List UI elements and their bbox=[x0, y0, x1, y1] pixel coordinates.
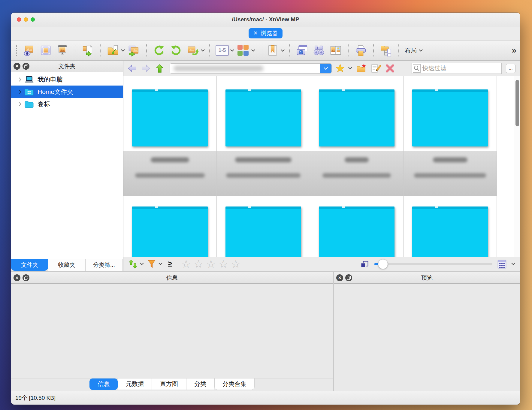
float-panel-button[interactable] bbox=[23, 63, 29, 70]
folder-thumbnail[interactable] bbox=[412, 207, 488, 257]
folder-thumbnail[interactable] bbox=[132, 89, 208, 146]
status-bar: 19个 [10.50 KB] bbox=[11, 391, 520, 405]
close-panel-button[interactable]: ✕ bbox=[14, 63, 20, 70]
delete-button[interactable] bbox=[384, 62, 396, 74]
path-input[interactable] bbox=[170, 63, 332, 74]
folder-date-blurred bbox=[414, 173, 486, 178]
folder-thumbnail[interactable] bbox=[225, 207, 301, 257]
slideshow-button[interactable] bbox=[55, 43, 70, 58]
tab-folders[interactable]: 文件夹 bbox=[11, 259, 48, 271]
compare-button[interactable] bbox=[328, 43, 343, 58]
folder-thumbnail[interactable] bbox=[132, 207, 208, 257]
tab-categories[interactable]: 分类 bbox=[186, 378, 214, 390]
convert-button[interactable] bbox=[80, 43, 95, 58]
batch-tree-button[interactable] bbox=[379, 43, 394, 58]
copy-to-folder-dropdown-icon[interactable] bbox=[121, 48, 125, 52]
vertical-scrollbar[interactable] bbox=[514, 76, 520, 257]
expand-chevron-icon[interactable] bbox=[17, 102, 21, 106]
rating-1-5-label[interactable]: 1-5 bbox=[216, 45, 229, 56]
fullscreen-button[interactable] bbox=[38, 43, 53, 58]
toolbar-overflow-button[interactable]: » bbox=[512, 46, 516, 55]
tree-item-home-folder[interactable]: Home文件夹 bbox=[11, 86, 123, 98]
new-folder-icon bbox=[356, 63, 366, 74]
quick-filter-input[interactable] bbox=[421, 65, 504, 72]
grid-column bbox=[217, 76, 310, 257]
tab-category-filter[interactable]: 分类筛... bbox=[86, 259, 123, 271]
folder-thumbnail[interactable] bbox=[319, 89, 394, 146]
fullscreen-icon bbox=[40, 44, 52, 56]
quick-filter-box[interactable] bbox=[412, 63, 502, 74]
sort-button[interactable] bbox=[128, 259, 138, 270]
favorites-button[interactable] bbox=[334, 62, 346, 74]
folder-item[interactable] bbox=[310, 76, 403, 198]
convert-image-button[interactable] bbox=[126, 43, 141, 58]
folder-item[interactable] bbox=[404, 76, 497, 198]
folder-item[interactable] bbox=[310, 198, 403, 257]
forward-button[interactable] bbox=[140, 63, 152, 74]
rotate-left-button[interactable] bbox=[152, 43, 167, 58]
binoculars-icon bbox=[313, 44, 325, 56]
close-panel-button[interactable]: ✕ bbox=[14, 274, 20, 281]
bookmark-button[interactable] bbox=[265, 43, 280, 58]
filter-dropdown-icon[interactable] bbox=[159, 261, 162, 265]
folder-item[interactable] bbox=[123, 76, 216, 198]
tree-item-volumes[interactable]: 卷标 bbox=[11, 98, 123, 110]
color-label-button[interactable] bbox=[236, 43, 251, 58]
folder-icon bbox=[24, 100, 34, 108]
rotate-left-icon bbox=[153, 44, 165, 56]
tab-info[interactable]: 信息 bbox=[89, 378, 118, 390]
filter-button[interactable] bbox=[146, 259, 157, 270]
view-mode-dropdown-icon[interactable] bbox=[511, 261, 515, 265]
back-button[interactable] bbox=[126, 63, 138, 74]
folder-thumbnail[interactable] bbox=[412, 89, 488, 146]
new-folder-button[interactable] bbox=[355, 62, 367, 74]
rotate-right-button[interactable] bbox=[168, 43, 183, 58]
tree-item-my-computer[interactable]: 我的电脑 bbox=[11, 73, 123, 86]
expand-chevron-icon[interactable] bbox=[17, 77, 21, 81]
tab-histogram[interactable]: 直方图 bbox=[152, 378, 186, 390]
favorites-dropdown-icon[interactable] bbox=[348, 65, 352, 69]
slider-thumb[interactable] bbox=[378, 259, 388, 269]
sort-dropdown-icon[interactable] bbox=[140, 261, 144, 265]
view-mode-button[interactable] bbox=[497, 259, 507, 270]
float-panel-button[interactable] bbox=[345, 274, 352, 281]
folder-thumbnail[interactable] bbox=[225, 89, 301, 146]
rating-button[interactable]: 1-5 bbox=[215, 43, 230, 58]
float-panel-button[interactable] bbox=[23, 274, 29, 281]
edit-button[interactable] bbox=[370, 62, 382, 74]
folder-item[interactable] bbox=[217, 76, 310, 198]
folder-item[interactable] bbox=[404, 198, 497, 257]
expand-chevron-icon[interactable] bbox=[17, 89, 21, 94]
search-button[interactable] bbox=[311, 43, 326, 58]
layout-button[interactable]: 布局 bbox=[405, 47, 423, 55]
rating-dropdown-icon[interactable] bbox=[230, 48, 234, 52]
copy-to-folder-button[interactable] bbox=[105, 43, 120, 58]
rotate-dropdown-icon[interactable] bbox=[201, 48, 205, 52]
tab-category-sets[interactable]: 分类合集 bbox=[214, 378, 255, 390]
color-label-dropdown-icon[interactable] bbox=[251, 48, 255, 52]
tree-item-label: 卷标 bbox=[38, 100, 50, 108]
scrollbar-thumb[interactable] bbox=[515, 80, 519, 126]
folder-item[interactable] bbox=[123, 198, 216, 257]
rating-stars-filter[interactable]: ☆☆☆☆☆ bbox=[181, 259, 243, 270]
toolbar-drag-handle[interactable] bbox=[16, 45, 17, 56]
capture-button[interactable] bbox=[295, 43, 310, 58]
thumbnail-size-button[interactable] bbox=[359, 259, 370, 270]
info-panel-body: 信息 元数据 直方图 分类 分类合集 bbox=[11, 284, 333, 391]
rotate-image-button[interactable] bbox=[185, 43, 200, 58]
close-panel-button[interactable]: ✕ bbox=[336, 274, 343, 281]
folder-item[interactable] bbox=[217, 198, 310, 257]
tab-metadata[interactable]: 元数据 bbox=[118, 378, 152, 390]
bookmark-dropdown-icon[interactable] bbox=[281, 48, 285, 52]
print-button[interactable] bbox=[353, 43, 368, 58]
folder-thumbnail[interactable] bbox=[319, 207, 394, 257]
tab-favorites[interactable]: 收藏夹 bbox=[48, 259, 85, 271]
filter-more-button[interactable]: ... bbox=[506, 64, 515, 73]
view-button[interactable] bbox=[21, 43, 36, 58]
thumbnail-size-slider[interactable] bbox=[374, 263, 492, 265]
tab-close-icon[interactable]: ✕ bbox=[253, 30, 258, 36]
thumbnail-size-icon bbox=[360, 259, 370, 269]
tab-browser[interactable]: ✕ 浏览器 bbox=[249, 28, 283, 38]
path-dropdown-button[interactable] bbox=[320, 63, 331, 74]
up-button[interactable] bbox=[154, 63, 165, 74]
